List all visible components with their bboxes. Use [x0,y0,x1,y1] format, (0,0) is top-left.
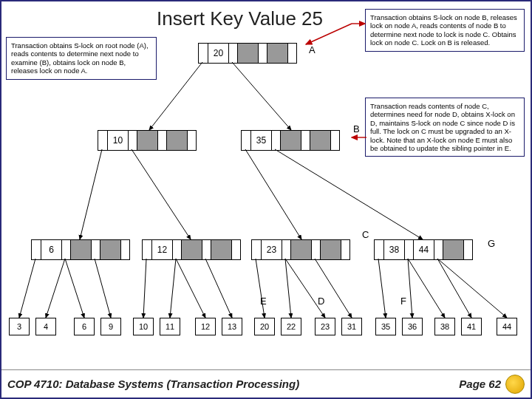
svg-line-21 [437,259,471,318]
label-d: D [318,296,324,307]
slide-footer: COP 4710: Database Systems (Transaction … [1,369,531,398]
svg-line-2 [80,149,102,239]
label-a: A [309,44,316,55]
btree-node-l2-1: 6 [31,239,130,260]
annotation-box-a: Transaction obtains S-lock on root node … [6,37,157,80]
svg-line-11 [170,259,176,318]
svg-line-6 [19,259,35,318]
btree-node-l2-3: 23 [251,239,350,260]
btree-node-l2-2: 12 [142,239,241,260]
svg-line-18 [378,259,386,318]
svg-line-3 [132,149,191,239]
leaf-node: 3 [9,318,30,335]
university-logo-icon [505,375,525,394]
label-e: E [260,296,267,307]
btree-node-l2-4: 38 44 [374,239,473,260]
annotation-box-b: Transaction obtains S-lock on node B, re… [365,9,525,52]
lvl2-n4-k2: 44 [413,240,434,259]
leaf-node: 44 [497,318,517,335]
svg-line-15 [285,259,291,318]
footer-page: Page 62 [459,378,501,390]
lvl1-n1-k1: 10 [107,131,128,150]
lvl2-n1-k1: 6 [41,240,61,259]
svg-line-0 [149,62,202,130]
lvl1-n2-k1: 35 [250,131,271,150]
leaf-node: 9 [100,318,121,335]
lvl2-n4-k1: 38 [383,240,404,259]
slide-title: Insert Key Value 25 [157,7,323,30]
btree-node-a: 20 [198,43,297,64]
leaf-node: 31 [341,318,362,335]
svg-line-16 [285,259,325,318]
svg-line-4 [245,149,301,239]
svg-line-20 [408,259,445,318]
svg-line-12 [176,259,205,318]
leaf-node: 20 [254,318,275,335]
leaf-node: 41 [461,318,482,335]
label-g: G [488,238,495,249]
btree-node-b-left: 10 [98,130,197,151]
leaf-node: 12 [195,318,216,335]
leaf-node: 11 [160,318,180,335]
leaf-node: 36 [402,318,423,335]
btree-node-b-right: 35 [241,130,340,151]
label-b: B [353,123,360,134]
svg-line-13 [205,259,232,318]
leaf-node: 10 [133,318,154,335]
svg-line-1 [232,62,291,130]
svg-line-17 [315,259,352,318]
footer-course: COP 4710: Database Systems (Transaction … [7,378,299,390]
svg-line-9 [95,259,111,318]
node-a-key-1: 20 [208,44,228,63]
leaf-node: 13 [222,318,242,335]
svg-line-14 [256,259,265,318]
label-f: F [400,296,406,307]
leaf-node: 6 [74,318,95,335]
svg-line-5 [275,149,423,239]
svg-line-22 [437,259,507,318]
lvl2-n2-k1: 12 [151,240,172,259]
leaf-node: 22 [281,318,301,335]
svg-line-10 [143,259,146,318]
svg-line-8 [65,259,84,318]
slide-canvas: Insert Key Value 25 Transaction obtains … [0,0,532,399]
leaf-node: 4 [35,318,56,335]
annotation-box-c: Transaction reads contents of node C, de… [365,98,525,157]
leaf-node: 38 [434,318,455,335]
lvl2-n3-k1: 23 [261,240,282,259]
label-c: C [362,229,369,240]
leaf-node: 23 [315,318,335,335]
svg-line-7 [46,259,65,318]
svg-line-19 [408,259,412,318]
leaf-node: 35 [375,318,396,335]
